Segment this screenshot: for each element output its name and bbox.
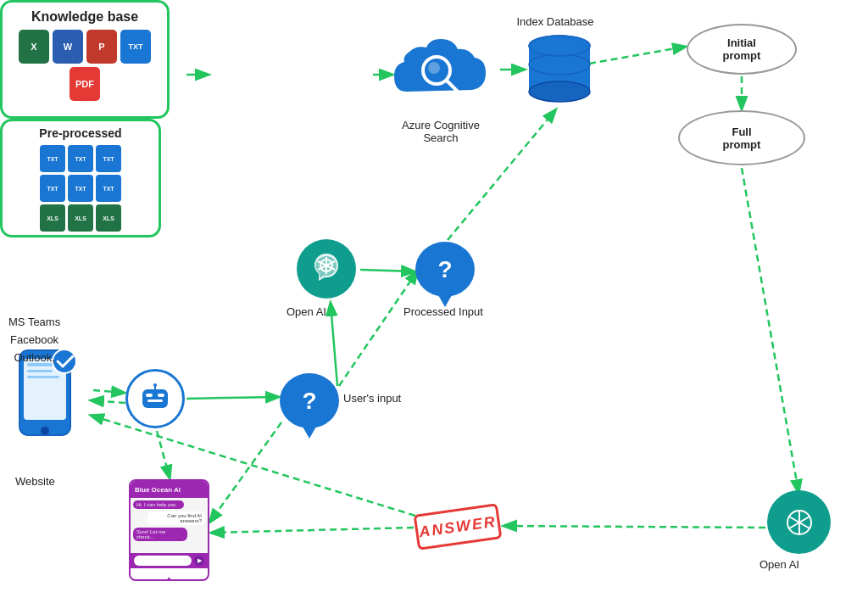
- svg-rect-40: [27, 376, 59, 378]
- pdf-icon: PDF: [70, 67, 100, 101]
- processed-input-label: Processed Input: [403, 305, 483, 318]
- preprocessed-box: Pre-processed TXT TXT TXT TXT TXT TXT XL…: [0, 119, 161, 237]
- website-label: Website: [15, 475, 55, 488]
- svg-point-24: [529, 54, 590, 75]
- openai-top-label: Open AI: [287, 305, 326, 318]
- pp-txt1: TXT: [40, 145, 65, 172]
- txt-icon: TXT: [120, 30, 151, 64]
- kb-icons: X W P TXT PDF: [9, 30, 160, 101]
- pp-xls1: XLS: [40, 204, 65, 232]
- svg-line-11: [93, 390, 124, 393]
- svg-rect-32: [158, 394, 164, 397]
- pp-xls2: XLS: [68, 204, 93, 232]
- svg-rect-33: [147, 399, 163, 402]
- openai-top-icon: [297, 239, 356, 299]
- pp-txt6: TXT: [96, 175, 121, 202]
- svg-point-20: [428, 62, 440, 74]
- svg-line-8: [331, 304, 337, 386]
- knowledge-base-box: Knowledge base X W P TXT PDF: [0, 0, 170, 119]
- initial-prompt-box: Initialprompt: [687, 24, 797, 75]
- index-database-label: Index Database: [509, 15, 602, 28]
- svg-line-3: [589, 47, 685, 64]
- excel-icon: X: [19, 30, 49, 64]
- processed-input-bubble: ?: [415, 242, 475, 297]
- svg-line-14: [210, 422, 281, 522]
- azure-cloud-svg: [386, 24, 496, 121]
- svg-point-35: [153, 383, 157, 387]
- openai-bottom-icon: [767, 490, 831, 554]
- svg-line-16: [212, 528, 414, 533]
- svg-line-10: [186, 397, 278, 399]
- azure-cognitive-label: Azure CognitiveSearch: [386, 119, 496, 144]
- user-input-bubble: ?: [280, 373, 339, 428]
- chatbot-icon: [125, 369, 185, 428]
- pp-txt5: TXT: [68, 175, 93, 202]
- svg-line-12: [92, 400, 125, 403]
- full-prompt-box: Fullprompt: [678, 110, 805, 165]
- pp-txt4: TXT: [40, 175, 65, 202]
- svg-line-6: [360, 270, 414, 271]
- pp-xls3: XLS: [96, 204, 121, 232]
- knowledge-base-title: Knowledge base: [9, 9, 160, 25]
- openai-bottom-label: Open AI: [760, 558, 799, 571]
- pp-rows: TXT TXT TXT TXT TXT TXT XLS XLS XLS: [8, 145, 153, 232]
- pp-txt2: TXT: [68, 145, 93, 172]
- svg-line-15: [504, 526, 765, 528]
- svg-line-5: [742, 168, 798, 492]
- answer-stamp: ANSWER: [414, 503, 503, 550]
- website-ui: Blue Ocean AI Hi, I can help you Can you…: [129, 479, 209, 581]
- diagram-container: Knowledge base X W P TXT PDF Pre-process…: [0, 0, 868, 609]
- ms-teams-label: MS TeamsFacebookOutlook,: [8, 314, 60, 366]
- svg-rect-31: [146, 394, 153, 397]
- preprocessed-title: Pre-processed: [8, 126, 153, 140]
- svg-rect-39: [27, 370, 53, 372]
- svg-rect-30: [142, 389, 168, 408]
- svg-point-42: [41, 427, 49, 435]
- ppt-icon: P: [86, 30, 117, 64]
- database-svg: [526, 32, 593, 109]
- svg-line-13: [157, 431, 170, 478]
- svg-point-25: [529, 36, 590, 56]
- user-input-label: User's input: [343, 392, 401, 405]
- svg-line-9: [339, 271, 417, 386]
- word-icon: W: [53, 30, 83, 64]
- pp-txt3: TXT: [96, 145, 121, 172]
- svg-point-23: [529, 81, 590, 102]
